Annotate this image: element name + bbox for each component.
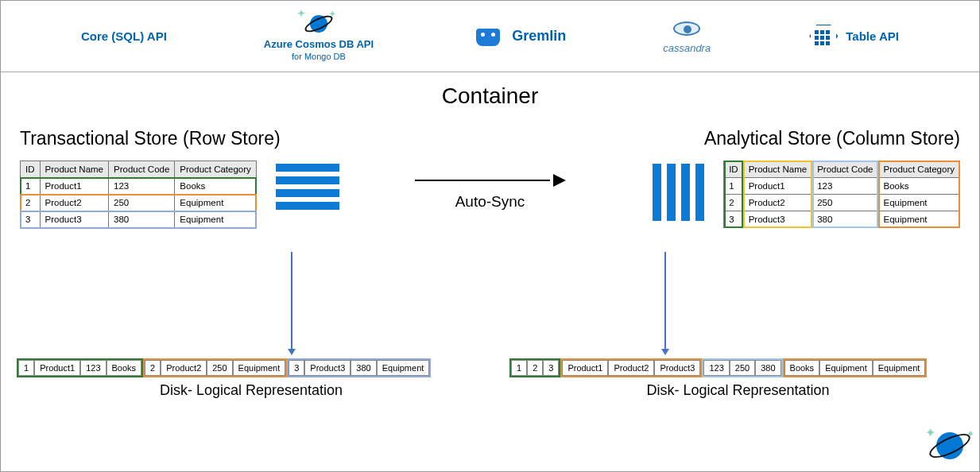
api-table-label: Table API bbox=[846, 29, 899, 43]
disk-row-group: 3 Product3 380 Equipment bbox=[287, 358, 431, 377]
api-mongo: ✦ ✦ Azure Cosmos DB API for Mongo DB bbox=[264, 11, 374, 61]
table-row: 3 Product3 380 Equipment bbox=[724, 211, 960, 228]
api-strip: Core (SQL) API ✦ ✦ Azure Cosmos DB API f… bbox=[1, 1, 979, 72]
table-row: 2 Product2 250 Equipment bbox=[21, 195, 257, 211]
transactional-store-title: Transactional Store (Row Store) bbox=[20, 128, 403, 149]
table-header-row: ID Product Name Product Code Product Cat… bbox=[21, 161, 257, 178]
col-code: Product Code bbox=[109, 161, 175, 178]
cosmos-planet-icon: ✦ ✦ bbox=[302, 11, 335, 37]
container-title: Container bbox=[1, 83, 979, 109]
col-name: Product Name bbox=[743, 161, 812, 178]
table-row: 1 Product1 123 Books bbox=[724, 178, 960, 195]
api-cassandra-label: cassandra bbox=[663, 42, 711, 54]
disk-row-group: 2 Product2 250 Equipment bbox=[143, 358, 287, 377]
transactional-store: Transactional Store (Row Store) ID Produ… bbox=[20, 128, 403, 228]
sync-arrow-icon bbox=[415, 172, 566, 188]
column-store-glyph-icon bbox=[653, 164, 704, 221]
disk-label-left: Disk- Logical Representation bbox=[17, 382, 486, 399]
col-id: ID bbox=[21, 161, 41, 178]
api-gremlin-label: Gremlin bbox=[512, 28, 566, 44]
api-core-sql: Core (SQL) API bbox=[81, 29, 167, 43]
col-id: ID bbox=[724, 161, 744, 178]
api-mongo-line1: Azure Cosmos DB API bbox=[264, 38, 374, 50]
disk-label-right: Disk- Logical Representation bbox=[509, 382, 966, 399]
col-cat: Product Category bbox=[175, 161, 257, 178]
disk-col-group: Product1 Product2 Product3 bbox=[560, 358, 702, 377]
analytical-store: Analytical Store (Column Store) ID Produ… bbox=[578, 128, 961, 228]
api-gremlin: Gremlin bbox=[471, 24, 566, 49]
cosmos-planet-decor-icon: ✦ ✦ bbox=[925, 427, 974, 466]
table-hex-icon bbox=[808, 22, 839, 51]
table-header-row: ID Product Name Product Code Product Cat… bbox=[724, 161, 960, 178]
table-row: 3 Product3 380 Equipment bbox=[21, 211, 257, 228]
disk-row-group: 1 Product1 123 Books bbox=[17, 358, 143, 377]
api-cassandra: cassandra bbox=[663, 18, 711, 54]
col-name: Product Name bbox=[40, 161, 109, 178]
table-row: 2 Product2 250 Equipment bbox=[724, 195, 960, 211]
col-cat: Product Category bbox=[878, 161, 960, 178]
column-store-table: ID Product Name Product Code Product Cat… bbox=[723, 161, 960, 228]
diagram-frame: Core (SQL) API ✦ ✦ Azure Cosmos DB API f… bbox=[0, 0, 980, 472]
api-table: Table API bbox=[808, 22, 899, 51]
disk-col-group: 1 2 3 bbox=[509, 358, 560, 377]
api-mongo-line2: for Mongo DB bbox=[292, 52, 346, 61]
gremlin-icon bbox=[471, 24, 505, 49]
api-core-label: Core (SQL) API bbox=[81, 29, 167, 43]
col-code: Product Code bbox=[812, 161, 878, 178]
sync-label: Auto-Sync bbox=[455, 193, 525, 211]
row-store-glyph-icon bbox=[276, 164, 339, 210]
disk-col-group: 123 250 380 bbox=[702, 358, 782, 377]
cassandra-eye-icon bbox=[668, 18, 705, 41]
analytical-store-title: Analytical Store (Column Store) bbox=[578, 128, 961, 149]
stores-row: Transactional Store (Row Store) ID Produ… bbox=[1, 128, 979, 228]
table-row: 1 Product1 123 Books bbox=[21, 178, 257, 195]
disk-strip-column: 1 2 3 Product1 Product2 Product3 123 250… bbox=[509, 358, 966, 399]
disk-col-group: Books Equipment Equipment bbox=[783, 358, 928, 377]
disk-strip-row: 1 Product1 123 Books 2 Product2 250 Equi… bbox=[17, 358, 486, 399]
row-store-table: ID Product Name Product Code Product Cat… bbox=[20, 161, 257, 228]
sync-arrow-column: Auto-Sync bbox=[411, 172, 570, 211]
